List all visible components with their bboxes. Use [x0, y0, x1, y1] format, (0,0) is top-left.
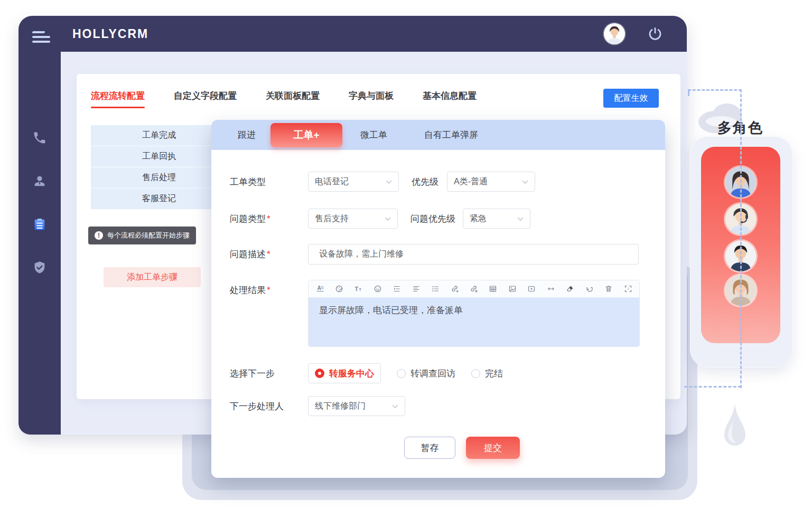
radio-unselected-icon[interactable] — [471, 369, 480, 378]
power-icon[interactable] — [647, 26, 663, 42]
chevron-down-icon — [385, 214, 391, 223]
bullet-list-icon[interactable] — [431, 285, 440, 294]
align-left-icon[interactable] — [412, 285, 421, 294]
row-next-step: 选择下一步 转服务中心转调查回访完结 — [230, 363, 519, 383]
chevron-down-icon — [517, 214, 524, 223]
issue-desc-input[interactable]: 设备故障，需上门维修 — [308, 244, 639, 265]
issue-priority-select[interactable]: 紧急 — [463, 209, 530, 229]
sidebar-clipboard-icon[interactable] — [32, 216, 48, 232]
trash-icon[interactable] — [604, 285, 613, 294]
issue-priority-label: 问题优先级 — [410, 213, 455, 225]
page-tabs: 流程流转配置自定义字段配置关联面板配置字典与面板基本信息配置 — [91, 90, 506, 108]
editor-toolbar: ATT — [309, 280, 639, 298]
priority-select[interactable]: A类-普通 — [447, 172, 535, 192]
ticket-type-label: 工单类型 — [230, 176, 308, 188]
user-avatar[interactable] — [604, 23, 625, 44]
row-ticket-type: 工单类型 电话登记 优先级 A类-普通 — [230, 172, 535, 192]
image-icon[interactable] — [508, 285, 517, 294]
row-result: 处理结果* ATT 显示屏故障，电话已受理，准备派单 — [230, 280, 640, 347]
notice-tooltip: ! 每个流程必须配置开始步骤 — [88, 227, 196, 244]
modal-tab-1-active[interactable]: 工单+ — [270, 123, 342, 147]
modal-tab-3[interactable]: 自有工单弹屏 — [424, 129, 478, 141]
video-icon[interactable] — [527, 285, 536, 294]
apply-config-button[interactable]: 配置生效 — [603, 89, 659, 108]
dashed-line-vertical — [740, 89, 742, 388]
row-next-handler: 下一步处理人 线下维修部门 — [230, 396, 405, 416]
next-step-radio-group: 转服务中心转调查回访完结 — [308, 363, 519, 383]
water-drop-shape — [720, 401, 750, 458]
rich-text-editor: ATT 显示屏故障，电话已受理，准备派单 — [308, 280, 640, 347]
svg-text:T: T — [359, 288, 362, 291]
radio-selected-icon[interactable] — [315, 369, 324, 378]
dashed-line-top — [688, 89, 742, 91]
modal-tab-2[interactable]: 微工单 — [360, 129, 387, 141]
palette-icon[interactable] — [334, 285, 343, 294]
flow-step-item-0[interactable]: 工单完成 — [91, 125, 227, 146]
next-step-option-2[interactable]: 完结 — [471, 367, 503, 380]
page-tab-1[interactable]: 自定义字段配置 — [174, 90, 237, 108]
chevron-down-icon — [522, 177, 528, 186]
emoji-icon[interactable] — [373, 285, 382, 294]
undo-icon[interactable] — [585, 285, 594, 294]
notice-text: 每个流程必须配置开始步骤 — [107, 231, 190, 240]
result-label: 处理结果* — [230, 280, 308, 296]
sidebar-phone-icon[interactable] — [32, 130, 48, 146]
next-handler-label: 下一步处理人 — [230, 400, 308, 412]
sidebar-user-icon[interactable] — [32, 173, 48, 189]
next-handler-select[interactable]: 线下维修部门 — [308, 396, 405, 416]
top-bar: HOLLYCRM — [18, 16, 687, 52]
font-size-icon[interactable]: TT — [354, 285, 363, 294]
submit-button[interactable]: 提交 — [466, 437, 520, 459]
modal-buttons: 暂存 提交 — [404, 437, 520, 459]
row-issue-desc: 问题描述* 设备故障，需上门维修 — [230, 244, 639, 265]
svg-text:A: A — [317, 285, 321, 291]
exclamation-icon: ! — [95, 231, 103, 240]
next-step-option-label: 完结 — [485, 367, 503, 380]
link-add-icon[interactable] — [450, 285, 459, 294]
svg-text:T: T — [355, 286, 359, 292]
flow-step-item-2[interactable]: 售后处理 — [91, 167, 227, 188]
link-remove-icon[interactable] — [470, 285, 479, 294]
priority-label: 优先级 — [412, 176, 438, 188]
chevron-down-icon — [392, 401, 398, 411]
brand-logo: HOLLYCRM — [72, 27, 148, 41]
next-step-option-1[interactable]: 转调查回访 — [397, 367, 455, 380]
next-step-option-label: 转服务中心 — [329, 367, 374, 380]
row-issue-type: 问题类型* 售后支持 问题优先级 紧急 — [230, 209, 530, 229]
page-tab-2[interactable]: 关联面板配置 — [266, 90, 320, 108]
add-step-button[interactable]: 添加工单步骤 — [104, 267, 201, 287]
page-tab-4[interactable]: 基本信息配置 — [423, 90, 477, 108]
next-step-option-label: 转调查回访 — [410, 367, 455, 380]
dashed-line-tick — [688, 90, 689, 96]
next-step-option-0[interactable]: 转服务中心 — [308, 363, 381, 383]
page-tab-0[interactable]: 流程流转配置 — [91, 90, 145, 108]
issue-desc-label: 问题描述* — [230, 248, 308, 260]
save-draft-button[interactable]: 暂存 — [404, 437, 455, 459]
radio-unselected-icon[interactable] — [397, 369, 406, 378]
editor-body[interactable]: 显示屏故障，电话已受理，准备派单 — [309, 298, 639, 346]
issue-type-label: 问题类型* — [230, 213, 308, 225]
indent-icon[interactable] — [393, 285, 402, 294]
issue-type-select[interactable]: 售后支持 — [308, 209, 398, 229]
sidebar-shield-check-icon[interactable] — [32, 260, 48, 276]
modal-tab-bar: 跟进工单+微工单自有工单弹屏 — [211, 120, 665, 150]
sidebar-nav — [18, 52, 61, 435]
flow-step-item-1[interactable]: 工单回执 — [91, 146, 227, 167]
hamburger-icon[interactable] — [32, 31, 50, 45]
ticket-type-select[interactable]: 电话登记 — [308, 172, 399, 192]
fullscreen-icon[interactable] — [623, 285, 632, 294]
flow-step-list: 工单完成工单回执售后处理客服登记 — [91, 125, 227, 210]
flow-step-item-3[interactable]: 客服登记 — [91, 188, 227, 210]
ticket-modal: 跟进工单+微工单自有工单弹屏 工单类型 电话登记 优先级 A类-普通 问题类型* — [211, 120, 665, 478]
table-icon[interactable] — [489, 285, 498, 294]
dashed-line-bottom — [684, 386, 741, 388]
divider-icon[interactable] — [546, 285, 555, 294]
eraser-icon[interactable] — [566, 285, 575, 294]
page-tab-3[interactable]: 字典与面板 — [349, 90, 394, 108]
next-step-label: 选择下一步 — [230, 367, 308, 380]
screenshot-root: HOLLYCRM 流程流转配置自定义字段配置关联面板配置字典与面板基本信息配置 … — [0, 0, 812, 509]
modal-tab-0[interactable]: 跟进 — [238, 129, 256, 141]
chevron-down-icon — [386, 177, 392, 186]
font-color-icon[interactable]: A — [315, 285, 324, 294]
